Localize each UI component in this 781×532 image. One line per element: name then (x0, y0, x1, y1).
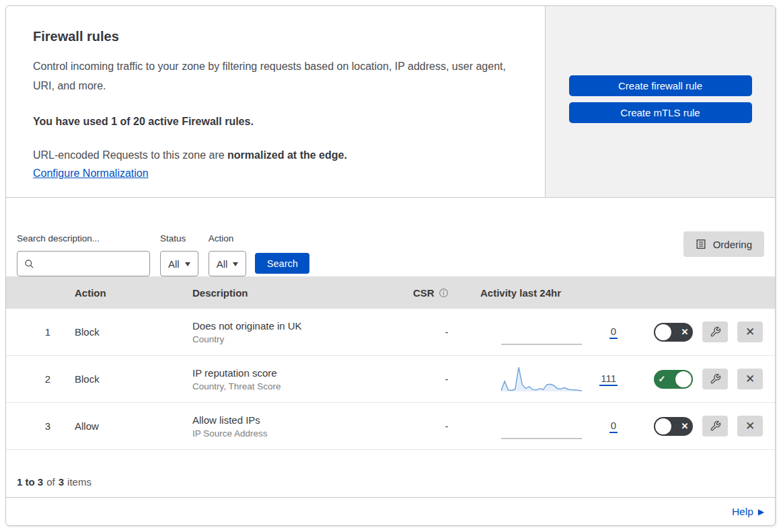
activity-count-link[interactable]: 111 (599, 373, 618, 386)
rule-action: Allow (67, 420, 184, 432)
close-icon: ✕ (745, 420, 755, 432)
rule-description-cell: Does not originate in UK Country (184, 320, 413, 344)
rule-description: Allow listed IPs (192, 414, 413, 426)
rule-enabled-toggle[interactable]: ✕ (654, 323, 693, 342)
configure-normalization-link[interactable]: Configure Normalization (33, 167, 149, 179)
pagination-of: of (46, 476, 55, 488)
delete-rule-button[interactable]: ✕ (737, 369, 763, 389)
delete-rule-button[interactable]: ✕ (737, 321, 763, 342)
panel-header-text: Firewall rules Control incoming traffic … (6, 6, 545, 197)
rule-enabled-toggle[interactable]: ✕ (654, 417, 693, 436)
rule-action: Block (67, 373, 184, 385)
pagination-total: 3 (59, 476, 64, 488)
edit-rule-button[interactable] (702, 321, 728, 342)
toggle-state-icon: ✓ (655, 374, 669, 384)
chevron-down-icon (233, 262, 238, 266)
table-header: Action Description CSR Activity last 24h… (6, 276, 775, 309)
rule-match-fields: IP Source Address (192, 428, 413, 439)
rule-controls: ✕ ✕ (635, 416, 775, 436)
rule-csr: - (413, 326, 480, 338)
table-row: 3 Allow Allow listed IPs IP Source Addre… (6, 403, 775, 450)
rule-controls: ✕ ✕ (635, 321, 775, 342)
toggle-knob (655, 418, 671, 434)
help-label: Help (732, 506, 753, 518)
status-select-value: All (168, 258, 180, 270)
wrench-icon (710, 373, 721, 385)
rule-csr: - (413, 420, 480, 432)
action-filter-group: Action All (209, 233, 247, 276)
create-firewall-rule-button[interactable]: Create firewall rule (569, 75, 752, 96)
wrench-icon (710, 420, 721, 432)
normalization-bold: normalized at the edge. (227, 149, 347, 161)
help-arrow-icon: ▶ (758, 507, 764, 517)
rule-priority: 3 (6, 420, 67, 432)
rule-description-cell: Allow listed IPs IP Source Address (184, 414, 413, 439)
column-activity: Activity last 24hr (480, 287, 635, 299)
action-select[interactable]: All (209, 251, 247, 276)
usage-note: You have used 1 of 20 active Firewall ru… (33, 116, 518, 128)
column-csr-label: CSR (413, 287, 435, 299)
firewall-rules-panel: Firewall rules Control incoming traffic … (5, 5, 776, 526)
ordering-button[interactable]: Ordering (683, 231, 764, 257)
search-label: Search description... (17, 233, 150, 243)
activity-sparkline (500, 412, 583, 441)
status-filter-group: Status All (160, 233, 198, 276)
status-label: Status (160, 233, 198, 243)
search-field[interactable] (17, 251, 150, 276)
search-filter-group: Search description... (17, 233, 150, 276)
toggle-knob (655, 324, 671, 340)
search-button[interactable]: Search (255, 253, 309, 274)
ordering-list-icon (696, 239, 706, 250)
search-icon (24, 259, 34, 269)
rule-activity-cell: 0 (480, 412, 635, 441)
rule-description: Does not originate in UK (192, 320, 413, 332)
toggle-knob (675, 371, 692, 387)
edit-rule-button[interactable] (702, 416, 728, 436)
close-icon: ✕ (745, 373, 755, 385)
help-bar: Help ▶ (6, 497, 775, 525)
activity-count-link[interactable]: 0 (609, 326, 618, 339)
action-select-value: All (217, 258, 228, 270)
search-input[interactable] (40, 258, 143, 270)
action-label: Action (209, 233, 247, 243)
filters-bar: Search description... Status All Action … (6, 198, 775, 276)
edit-rule-button[interactable] (702, 369, 728, 389)
create-mtls-rule-button[interactable]: Create mTLS rule (569, 102, 752, 123)
toggle-state-icon: ✕ (678, 421, 692, 431)
activity-sparkline (500, 365, 583, 394)
rule-csr: - (413, 373, 480, 385)
rule-description: IP reputation score (192, 367, 413, 379)
rule-priority: 2 (6, 373, 67, 385)
ordering-button-label: Ordering (713, 239, 752, 250)
rule-action: Block (67, 326, 184, 338)
rule-description-cell: IP reputation score Country, Threat Scor… (184, 367, 413, 391)
pagination-summary: 1 to 3 of 3 items (6, 450, 775, 497)
column-description: Description (184, 287, 413, 299)
rule-match-fields: Country, Threat Score (192, 381, 413, 391)
table-row: 1 Block Does not originate in UK Country… (6, 309, 775, 356)
table-row: 2 Block IP reputation score Country, Thr… (6, 356, 775, 403)
column-csr: CSR (413, 287, 480, 299)
activity-count-link[interactable]: 0 (609, 420, 618, 433)
normalization-text: URL-encoded Requests to this zone are (33, 149, 225, 161)
page-title: Firewall rules (33, 29, 518, 44)
close-icon: ✕ (745, 326, 755, 338)
pagination-items: items (67, 476, 91, 488)
column-action: Action (67, 287, 184, 299)
info-icon[interactable] (439, 288, 449, 298)
panel-header: Firewall rules Control incoming traffic … (6, 6, 775, 198)
actions-panel: Create firewall rule Create mTLS rule (545, 6, 775, 197)
delete-rule-button[interactable]: ✕ (737, 416, 763, 436)
rule-controls: ✓ ✕ (635, 369, 775, 389)
chevron-down-icon (185, 262, 190, 266)
help-link[interactable]: Help ▶ (732, 506, 764, 518)
rule-enabled-toggle[interactable]: ✓ (654, 370, 693, 389)
wrench-icon (710, 326, 721, 338)
status-select[interactable]: All (160, 251, 198, 276)
panel-description: Control incoming traffic to your zone by… (33, 56, 518, 96)
rule-priority: 1 (6, 326, 67, 338)
activity-sparkline (500, 317, 583, 347)
toggle-state-icon: ✕ (678, 327, 692, 337)
rule-match-fields: Country (192, 334, 413, 344)
normalization-note: URL-encoded Requests to this zone are no… (33, 149, 518, 161)
